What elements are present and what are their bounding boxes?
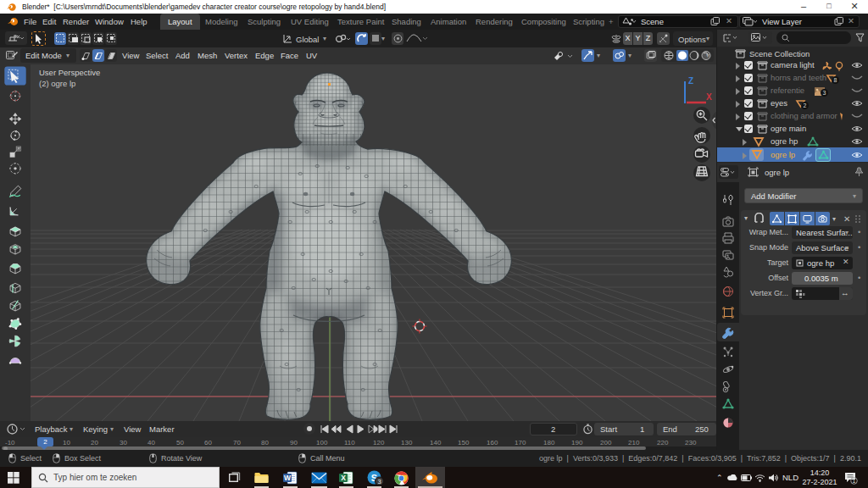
- svg-text:Z: Z: [688, 76, 693, 86]
- svg-text:3: 3: [377, 478, 381, 485]
- svg-text:1: 1: [853, 478, 856, 484]
- svg-text:W: W: [284, 474, 292, 482]
- svg-text:X: X: [341, 474, 346, 482]
- svg-text:X: X: [706, 92, 712, 102]
